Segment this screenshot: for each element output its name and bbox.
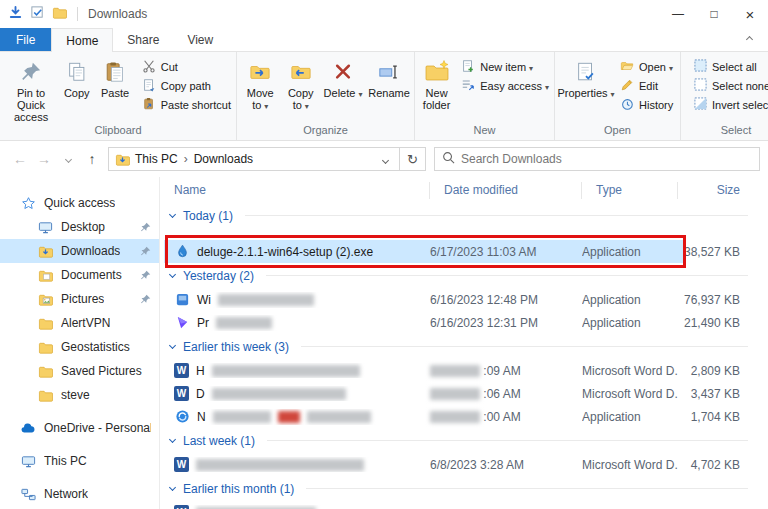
sidebar-item-this-pc[interactable]: This PC <box>0 449 159 473</box>
breadcrumb-downloads[interactable]: Downloads <box>189 152 258 166</box>
new-item-button[interactable]: New item <box>458 57 552 76</box>
file-row-partial[interactable] <box>160 501 768 509</box>
recent-locations-button[interactable] <box>56 147 80 171</box>
delete-button[interactable]: Delete <box>322 55 364 123</box>
move-to-button[interactable]: Move to <box>241 55 280 123</box>
file-row[interactable]: D :06 AM Microsoft Word D... 3,437 KB <box>160 382 768 405</box>
file-date: 6/17/2023 11:03 AM <box>430 245 582 259</box>
file-date: :09 AM <box>430 364 582 378</box>
group-header-last-week[interactable]: Last week (1) <box>160 428 768 453</box>
word-document-icon <box>174 505 189 509</box>
up-button[interactable]: ↑ <box>80 147 104 171</box>
file-name: deluge-2.1.1-win64-setup (2).exe <box>197 245 373 259</box>
group-divider-line <box>306 488 748 489</box>
pin-to-quick-access-button[interactable]: Pin to Quick access <box>4 55 58 123</box>
sidebar-item-geostatistics[interactable]: Geostatistics <box>0 335 159 359</box>
column-header-size[interactable]: Size <box>678 182 748 199</box>
file-list: Name Date modified Type Size Today (1) d… <box>160 177 768 509</box>
sidebar-item-documents[interactable]: Documents <box>0 263 159 287</box>
paste-shortcut-button[interactable]: Paste shortcut <box>139 95 234 114</box>
file-row[interactable]: N :00 AM Application 1,704 KB <box>160 405 768 428</box>
folder-icon <box>37 363 53 379</box>
group-header-today[interactable]: Today (1) <box>160 203 768 228</box>
copy-to-button[interactable]: Copy to <box>282 55 321 123</box>
column-header-date-modified[interactable]: Date modified <box>430 182 582 199</box>
forward-button[interactable]: → <box>32 147 56 171</box>
edit-button[interactable]: Edit <box>617 76 676 95</box>
file-row[interactable]: Wi 6/16/2023 12:48 PM Application 76,937… <box>160 288 768 311</box>
redacted-text <box>430 411 480 423</box>
open-button[interactable]: Open <box>617 57 676 76</box>
invert-selection-icon <box>694 97 707 112</box>
group-divider-line <box>267 440 748 441</box>
ribbon-group-clipboard: Pin to Quick access Copy Paste Cut Copy … <box>0 52 237 140</box>
search-input[interactable] <box>461 152 752 166</box>
downloads-app-icon <box>8 5 23 23</box>
copy-path-button[interactable]: Copy path <box>139 76 234 95</box>
tab-share[interactable]: Share <box>113 28 173 51</box>
easy-access-button[interactable]: Easy access <box>458 76 552 95</box>
search-box[interactable] <box>434 147 760 171</box>
breadcrumb-this-pc[interactable]: This PC <box>130 152 183 166</box>
folder-icon <box>37 387 53 403</box>
group-header-yesterday[interactable]: Yesterday (2) <box>160 263 768 288</box>
folder-icon <box>37 315 53 331</box>
maximize-button[interactable]: □ <box>696 0 732 28</box>
sidebar-item-steve[interactable]: steve <box>0 383 159 407</box>
redacted-text <box>212 388 346 400</box>
properties-button[interactable]: Properties <box>559 55 613 123</box>
main-area: Quick access Desktop Downloads Documents… <box>0 177 768 509</box>
select-none-button[interactable]: Select none <box>691 76 768 95</box>
file-row[interactable]: 6/8/2023 3:28 AM Microsoft Word D... 4,7… <box>160 453 768 476</box>
select-none-icon <box>694 78 707 93</box>
redacted-text <box>216 317 272 329</box>
redacted-text <box>212 365 360 377</box>
column-header-type[interactable]: Type <box>582 182 678 199</box>
copy-path-icon <box>142 78 156 94</box>
onedrive-cloud-icon <box>20 420 36 436</box>
address-dropdown-button[interactable] <box>377 152 394 166</box>
sidebar-item-saved-pictures[interactable]: Saved Pictures <box>0 359 159 383</box>
file-row[interactable]: deluge-2.1.1-win64-setup (2).exe 6/17/20… <box>160 240 768 263</box>
address-box[interactable]: This PC › Downloads <box>108 147 400 171</box>
close-button[interactable]: × <box>732 0 768 28</box>
minimize-button[interactable]: — <box>660 0 696 28</box>
group-header-earlier-this-month[interactable]: Earlier this month (1) <box>160 476 768 501</box>
redacted-text <box>196 459 364 471</box>
cut-button[interactable]: Cut <box>139 57 234 76</box>
redacted-text <box>307 411 371 423</box>
refresh-button[interactable]: ↻ <box>400 147 426 171</box>
invert-selection-button[interactable]: Invert selection <box>691 95 768 114</box>
collapse-ribbon-button[interactable] <box>737 28 762 51</box>
sidebar-item-downloads[interactable]: Downloads <box>0 239 159 263</box>
sidebar-item-desktop[interactable]: Desktop <box>0 215 159 239</box>
chevron-down-icon <box>169 210 176 217</box>
column-header-name[interactable]: Name <box>160 182 430 199</box>
checkbox-icon[interactable] <box>30 5 45 23</box>
sidebar-item-onedrive[interactable]: OneDrive - Personal <box>0 416 159 440</box>
rename-button[interactable]: Rename <box>366 55 412 123</box>
tab-file[interactable]: File <box>0 28 51 51</box>
file-row[interactable]: H :09 AM Microsoft Word D... 2,809 KB <box>160 359 768 382</box>
group-header-earlier-this-week[interactable]: Earlier this week (3) <box>160 334 768 359</box>
open-folder-icon <box>620 59 634 75</box>
back-button[interactable]: ← <box>8 147 32 171</box>
redacted-text <box>430 388 480 400</box>
window-title: Downloads <box>88 7 147 21</box>
copy-button[interactable]: Copy <box>58 55 95 123</box>
chevron-down-icon <box>169 270 176 277</box>
tab-view[interactable]: View <box>173 28 227 51</box>
new-folder-button[interactable]: New folder <box>419 55 454 123</box>
history-button[interactable]: History <box>617 95 676 114</box>
select-all-button[interactable]: Select all <box>691 57 768 76</box>
paste-button[interactable]: Paste <box>95 55 134 123</box>
folder-icon[interactable] <box>52 5 67 23</box>
sidebar-item-network[interactable]: Network <box>0 482 159 506</box>
file-row[interactable]: Pr 6/16/2023 12:31 PM Application 21,490… <box>160 311 768 334</box>
tab-home[interactable]: Home <box>51 28 113 52</box>
computer-icon <box>20 453 36 469</box>
file-size: 3,437 KB <box>678 387 748 401</box>
sidebar-item-alertvpn[interactable]: AlertVPN <box>0 311 159 335</box>
sidebar-item-quick-access[interactable]: Quick access <box>0 191 159 215</box>
sidebar-item-pictures[interactable]: Pictures <box>0 287 159 311</box>
